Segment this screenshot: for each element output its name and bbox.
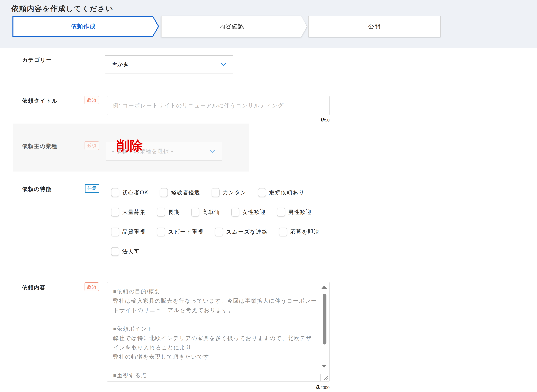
checkbox[interactable] [157,208,165,216]
description-char-max: /2000 [319,385,329,390]
checkbox[interactable] [231,208,239,216]
feature-label: スピード重視 [168,228,204,236]
checkbox[interactable] [277,208,285,216]
feature-label: 経験者優遇 [171,189,200,196]
client-industry-label: 依頼主の業種 [22,143,57,150]
feature-label: 品質重視 [122,228,146,236]
feature-label: 高単価 [202,208,220,216]
request-title-label: 依頼タイトル [22,97,58,105]
resize-handle[interactable] [320,374,329,381]
feature-row: 品質重視スピード重視スムーズな連絡応募を即決 [111,228,320,236]
delete-annotation: 削除 [117,138,143,153]
feature-row: 初心者OK経験者優遇カンタン継続依頼あり [111,188,320,197]
category-selected-value: 雪かき [111,61,129,68]
checkbox[interactable] [160,188,168,197]
checkbox[interactable] [157,228,165,236]
optional-badge: 任意 [85,184,99,193]
chevron-down-icon [210,148,215,153]
feature-row: 法人可 [111,247,320,256]
description-char-counter: 0/2000 [107,384,330,390]
feature-checkbox-item[interactable]: カンタン [212,188,247,197]
feature-label: 応募を即決 [290,228,319,236]
step-label: 公開 [368,23,381,30]
checkbox[interactable] [258,188,266,197]
description-char-count: 0 [316,384,319,390]
feature-checkbox-item[interactable]: 高単価 [191,208,220,216]
step-content-confirm[interactable]: 内容確認 [161,16,307,37]
checkbox[interactable] [212,188,220,197]
feature-checkbox-item[interactable]: 法人可 [111,247,140,256]
checkbox[interactable] [111,188,119,197]
feature-label: スムーズな連絡 [226,228,268,236]
feature-checkbox-item[interactable]: 応募を即決 [279,228,320,236]
checkbox[interactable] [215,228,223,236]
request-create-page: 依頼内容を作成してください 依頼作成 内容確認 公開 カテゴリー 雪かき 依頼タ… [0,0,537,392]
step-request-create[interactable]: 依頼作成 [12,16,159,37]
checkbox[interactable] [111,247,119,256]
request-features-label: 依頼の特徴 [22,186,52,193]
feature-label: 男性歓迎 [288,208,312,216]
chevron-down-icon [221,61,226,66]
scroll-down-icon[interactable] [322,365,327,368]
request-description-text: ■依頼の目的/概要 弊社は輸入家具の販売を行なっています。今回は事業拡大に伴うコ… [113,287,318,382]
feature-checkbox-item[interactable]: スピード重視 [157,228,204,236]
title-char-count: 0 [321,117,324,123]
feature-label: カンタン [222,189,247,196]
feature-checkbox-item[interactable]: 長期 [157,208,180,216]
page-title: 依頼内容を作成してください [11,4,114,14]
feature-label: 継続依頼あり [269,189,305,196]
request-title-input[interactable] [107,96,330,115]
feature-checkbox-item[interactable]: 経験者優遇 [160,188,200,197]
step-publish[interactable]: 公開 [308,16,441,37]
checkbox[interactable] [279,228,287,236]
title-char-max: /50 [324,118,330,122]
required-badge: 必須 [84,96,99,104]
checkbox[interactable] [191,208,199,216]
feature-label: 初心者OK [122,189,148,196]
page-header: 依頼内容を作成してください 依頼作成 内容確認 公開 [0,0,537,48]
checkbox[interactable] [111,228,119,236]
features-checkbox-grid: 初心者OK経験者優遇カンタン継続依頼あり大量募集長期高単価女性歓迎男性歓迎品質重… [111,188,320,267]
feature-label: 大量募集 [122,208,146,216]
category-select[interactable]: 雪かき [105,55,233,74]
feature-row: 大量募集長期高単価女性歓迎男性歓迎 [111,208,320,216]
feature-label: 長期 [168,208,180,216]
request-description-textarea[interactable]: ■依頼の目的/概要 弊社は輸入家具の販売を行なっています。今回は事業拡大に伴うコ… [107,282,330,382]
required-badge: 必須 [84,141,99,150]
feature-checkbox-item[interactable]: スムーズな連絡 [215,228,268,236]
feature-checkbox-item[interactable]: 継続依頼あり [258,188,305,197]
resize-grip-icon [324,376,328,380]
feature-label: 女性歓迎 [242,208,266,216]
step-label: 内容確認 [161,16,307,37]
feature-checkbox-item[interactable]: 大量募集 [111,208,146,216]
feature-label: 法人可 [122,248,140,255]
feature-checkbox-item[interactable]: 女性歓迎 [231,208,266,216]
title-char-counter: 0/50 [107,117,330,123]
feature-checkbox-item[interactable]: 品質重視 [111,228,146,236]
category-label: カテゴリー [22,56,52,64]
scrollbar-thumb[interactable] [323,294,326,345]
scroll-up-icon[interactable] [322,285,327,289]
request-description-label: 依頼内容 [22,284,46,291]
step-label-active: 依頼作成 [12,16,159,37]
feature-checkbox-item[interactable]: 男性歓迎 [277,208,312,216]
required-badge: 必須 [84,282,99,291]
feature-checkbox-item[interactable]: 初心者OK [111,188,148,197]
checkbox[interactable] [111,208,119,216]
